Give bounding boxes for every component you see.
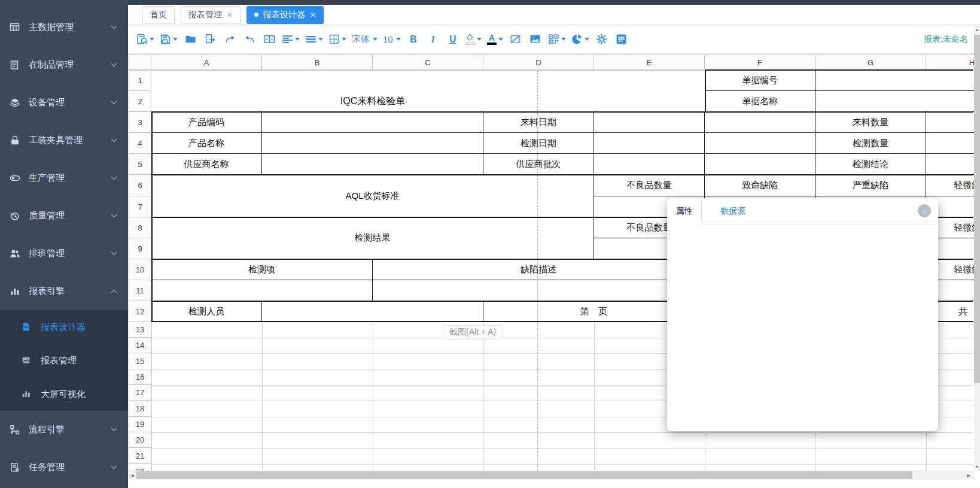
scroll-down-icon[interactable]: ▾ <box>974 462 980 471</box>
row-header-17[interactable]: 17 <box>129 385 151 401</box>
sidebar-item-flow[interactable]: 流程引擎 <box>0 411 128 448</box>
redo-button[interactable] <box>223 31 237 49</box>
column-header-F[interactable]: F <box>705 54 815 70</box>
cell-e4[interactable] <box>594 133 705 154</box>
save-button[interactable] <box>160 31 178 49</box>
undo-button[interactable] <box>242 31 257 49</box>
cell-h3[interactable] <box>926 112 974 133</box>
download-circle-icon[interactable]: ↓ <box>918 204 931 217</box>
form-button[interactable] <box>614 31 629 49</box>
scroll-up-icon[interactable]: ▴ <box>974 25 980 34</box>
tab-report-designer[interactable]: 报表设计器✕ <box>246 6 324 24</box>
cell-d3[interactable]: 来料日期 <box>483 112 594 133</box>
settings-button[interactable] <box>595 31 609 49</box>
horizontal-scroll-thumb[interactable] <box>136 471 912 479</box>
sidebar-subitem-barchart[interactable]: 大屏可视化 <box>0 377 128 411</box>
row-header-9[interactable]: 9 <box>129 238 151 259</box>
row-header-7[interactable]: 7 <box>129 196 151 217</box>
italic-button[interactable]: I <box>426 31 440 49</box>
cell-items[interactable]: 检测项 <box>151 259 373 280</box>
row-header-12[interactable]: 12 <box>129 301 151 322</box>
cell-b12c12[interactable] <box>262 301 483 322</box>
row-header-14[interactable]: 14 <box>129 338 151 353</box>
cell-a12[interactable]: 检测人员 <box>151 301 262 322</box>
vertical-scrollbar[interactable]: ▴ ▾ <box>974 25 980 471</box>
export-button[interactable] <box>203 31 217 49</box>
cell-d4[interactable]: 检测日期 <box>483 133 594 154</box>
cell-c11e11[interactable] <box>373 280 705 301</box>
scroll-left-icon[interactable]: ◂ <box>128 471 136 480</box>
sidebar-item-wip[interactable]: 在制品管理 <box>0 46 128 84</box>
select-all-corner[interactable] <box>129 54 151 70</box>
sidebar-subitem-doc[interactable]: 报表设计器 <box>0 310 128 344</box>
cell-b4c4[interactable] <box>262 133 483 154</box>
image-button[interactable] <box>528 31 543 49</box>
row-header-18[interactable]: 18 <box>129 401 151 417</box>
cell-defectdesc[interactable]: 缺陷描述 <box>373 259 705 280</box>
row-header-20[interactable]: 20 <box>129 432 151 448</box>
merge-cells-button[interactable] <box>262 31 276 49</box>
row-header-16[interactable]: 16 <box>129 369 151 385</box>
fill-color-button[interactable] <box>465 31 482 49</box>
qrcode-button[interactable] <box>548 31 566 49</box>
cell-b3c3[interactable] <box>262 112 483 133</box>
column-header-C[interactable]: C <box>373 54 483 70</box>
row-header-4[interactable]: 4 <box>129 133 151 154</box>
column-header-B[interactable]: B <box>262 54 373 70</box>
row-header-2[interactable]: 2 <box>129 91 151 112</box>
cell-b5c5[interactable] <box>262 154 483 175</box>
sidebar-subitem-image-chart[interactable]: 报表管理 <box>0 344 128 377</box>
row-header-19[interactable]: 19 <box>129 417 151 432</box>
vertical-scroll-thumb[interactable] <box>974 35 980 383</box>
row-header-13[interactable]: 13 <box>129 322 151 338</box>
cell-g1h1[interactable] <box>815 70 974 91</box>
sidebar-item-history[interactable]: 质量管理 <box>0 197 128 235</box>
clear-cell-button[interactable] <box>509 31 523 49</box>
bold-button[interactable]: B <box>406 31 421 49</box>
cell-a3[interactable]: 产品编码 <box>151 112 262 133</box>
tab-properties[interactable]: 属性 <box>667 198 702 225</box>
cell-f4[interactable] <box>705 133 815 154</box>
cell-f6[interactable]: 致命缺陷 <box>705 175 815 196</box>
sidebar-item-barchart[interactable]: 报表引擎 <box>0 272 128 310</box>
cell-h4[interactable] <box>926 133 974 154</box>
cell-result[interactable]: 检测结果 <box>151 217 594 259</box>
cell-f5[interactable] <box>705 154 815 175</box>
cell-g6[interactable]: 严重缺陷 <box>815 175 926 196</box>
font-size-select[interactable]: 10 <box>383 34 401 44</box>
column-header-A[interactable]: A <box>151 54 262 70</box>
cell-f2[interactable]: 单据名称 <box>705 91 815 112</box>
row-header-6[interactable]: 6 <box>129 175 151 196</box>
tab-home[interactable]: 首页 <box>142 6 175 24</box>
column-header-G[interactable]: G <box>815 54 926 70</box>
tab-datasource[interactable]: 数据源 <box>712 198 754 225</box>
row-header-8[interactable]: 8 <box>129 217 151 238</box>
cell-f1[interactable]: 单据编号 <box>705 70 815 91</box>
cell-a4[interactable]: 产品名称 <box>151 133 262 154</box>
font-color-button[interactable]: A <box>487 31 503 49</box>
column-header-H[interactable]: H <box>926 54 974 70</box>
cell-g2h2[interactable] <box>815 91 974 112</box>
line-style-button[interactable] <box>305 31 323 49</box>
cell-a5[interactable]: 供应商名称 <box>151 154 262 175</box>
cell-e5[interactable] <box>594 154 705 175</box>
cell-aql[interactable]: AQL收货标准 <box>151 175 594 217</box>
underline-button[interactable]: U <box>446 31 460 49</box>
sidebar-item-lock[interactable]: 工装夹具管理 <box>0 122 128 159</box>
row-header-11[interactable]: 11 <box>129 280 151 301</box>
row-header-15[interactable]: 15 <box>129 353 151 369</box>
row-header-10[interactable]: 10 <box>129 259 151 280</box>
scroll-right-icon[interactable]: ▸ <box>964 471 973 480</box>
cell-h6[interactable]: 轻微缺陷 <box>926 175 974 196</box>
cell-e3[interactable] <box>594 112 705 133</box>
cell-g3[interactable]: 来料数量 <box>815 112 926 133</box>
cell-e6[interactable]: 不良品数量 <box>594 175 705 196</box>
sidebar-item-task[interactable]: 任务管理 <box>0 448 128 486</box>
cell-title[interactable]: IQC来料检验单 <box>151 91 594 112</box>
row-header-21[interactable]: 21 <box>129 448 151 464</box>
horizontal-scrollbar[interactable]: ◂ ▸ <box>128 471 974 480</box>
close-icon[interactable]: ✕ <box>227 11 233 19</box>
align-button[interactable] <box>282 31 300 49</box>
row-header-5[interactable]: 5 <box>129 154 151 175</box>
column-header-E[interactable]: E <box>594 54 705 70</box>
